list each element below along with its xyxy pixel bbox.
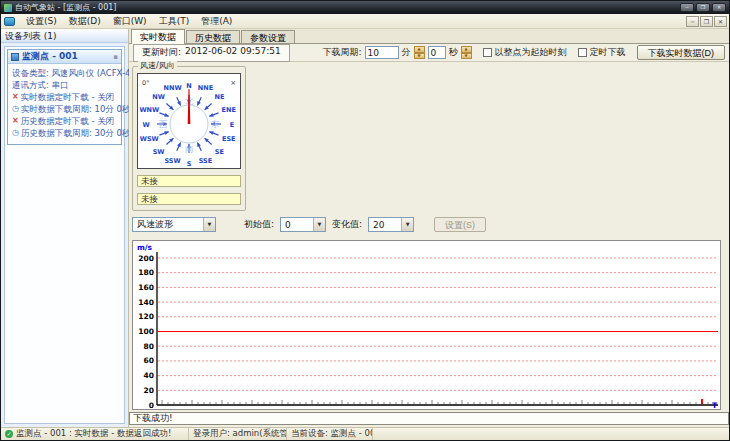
hour-align-label: 以整点为起始时刻 — [495, 46, 567, 59]
title-bar[interactable]: 自动气象站 - [监测点 - 001] ─ ❐ ✕ — [1, 1, 729, 14]
svg-text:东: 东 — [211, 119, 220, 129]
svg-text:NW: NW — [152, 93, 165, 101]
device-info-text: 通讯方式: 串口 — [12, 79, 69, 91]
close-button[interactable]: ✕ — [712, 3, 726, 12]
mdi-child-icon[interactable] — [4, 17, 15, 26]
toolbar: 更新时间: 2012-06-02 09:57:51 下载周期: 10 分 ▲ ▼… — [129, 44, 729, 62]
closed-x-icon: × — [12, 91, 19, 103]
svg-text:WSW: WSW — [140, 135, 159, 143]
app-icon — [4, 4, 12, 12]
svg-text:120: 120 — [138, 312, 154, 321]
status-segment-user: 登录用户: admin(系统管理员) — [189, 428, 287, 440]
wind-direction-field: 未接 — [137, 193, 241, 205]
svg-text:NE: NE — [214, 93, 224, 101]
status-segment-device: 当前设备: 监测点 - 001 — [287, 428, 373, 440]
update-time-box: 更新时间: 2012-06-02 09:57:51 — [133, 44, 290, 62]
menu-item-2[interactable]: 窗口(W) — [107, 14, 153, 29]
menu-items: 设置(S)数据(D)窗口(W)工具(T)管理(A) — [20, 14, 238, 29]
initial-value-label: 初始值: — [244, 218, 274, 231]
seconds-input[interactable]: 0 — [428, 46, 446, 59]
seconds-unit-label: 秒 — [449, 46, 458, 59]
menu-item-3[interactable]: 工具(T) — [153, 14, 196, 29]
wind-group-label: 风速/风向 — [138, 61, 177, 71]
device-panel-header[interactable]: 监测点 - 001 ▪ — [8, 50, 121, 64]
chevron-down-icon[interactable]: ▼ — [313, 218, 325, 231]
menu-item-4[interactable]: 管理(A) — [195, 14, 238, 29]
current-device-text: 当前设备: 监测点 - 001 — [291, 428, 373, 440]
svg-text:200: 200 — [138, 254, 154, 263]
seconds-stepper[interactable]: ▲ ▼ — [461, 46, 472, 59]
logged-user-text: 登录用户: admin(系统管理员) — [193, 428, 287, 440]
waveform-type-select[interactable]: 风速波形 ▼ — [132, 217, 216, 232]
svg-text:NNW: NNW — [164, 84, 182, 92]
tab-1[interactable]: 历史数据 — [186, 30, 240, 43]
hour-align-checkbox[interactable] — [483, 48, 492, 57]
minutes-unit-label: 分 — [402, 46, 411, 59]
svg-text:SE: SE — [215, 148, 224, 156]
svg-text:N: N — [186, 82, 191, 90]
svg-text:SW: SW — [153, 148, 165, 156]
device-list-container: 监测点 - 001 ▪ 设备类型: 风速风向仪 (ACFX-4)通讯方式: 串口… — [4, 46, 125, 424]
svg-text:×: × — [230, 79, 236, 87]
svg-text:40: 40 — [144, 371, 154, 380]
timed-download-label: 定时下载 — [590, 46, 626, 59]
spin-down-icon[interactable]: ▼ — [461, 53, 472, 60]
svg-text:160: 160 — [138, 283, 154, 292]
device-title: 监测点 - 001 — [22, 50, 113, 63]
change-value-select[interactable]: 20 ▼ — [368, 217, 414, 232]
device-info-text: 设备类型: 风速风向仪 (ACFX-4) — [12, 67, 134, 79]
window-body: 设备列表 (1) 监测点 - 001 ▪ 设备类型: 风速风向仪 (ACFX-4… — [1, 29, 729, 427]
realtime-content: 风速/风向 NNNENEENEEESESESSESSSWSWWSWWWNWNWN… — [129, 62, 729, 427]
chevron-down-icon[interactable]: ▼ — [203, 218, 215, 231]
svg-text:140: 140 — [138, 298, 154, 307]
pin-icon[interactable]: ▪ — [113, 53, 118, 61]
device-icon — [11, 53, 19, 61]
waveform-type-value: 风速波形 — [133, 218, 203, 231]
device-info-text: 实时数据定时下载 - 关闭 — [21, 91, 114, 103]
svg-text:NNE: NNE — [198, 84, 213, 92]
menu-item-1[interactable]: 数据(D) — [63, 14, 107, 29]
update-time-label: 更新时间: — [142, 46, 181, 59]
main-area: 实时数据历史数据参数设置 更新时间: 2012-06-02 09:57:51 下… — [129, 29, 729, 427]
mdi-minimize-button[interactable]: ─ — [686, 16, 699, 27]
device-info-line: 设备类型: 风速风向仪 (ACFX-4) — [10, 67, 119, 79]
download-controls: 下载周期: 10 分 ▲ ▼ 0 秒 ▲ ▼ 以整点为起始时刻 — [322, 45, 725, 60]
spin-down-icon[interactable]: ▼ — [414, 53, 425, 60]
minutes-stepper[interactable]: ▲ ▼ — [414, 46, 425, 59]
timed-download-checkbox[interactable] — [578, 48, 587, 57]
svg-text:南: 南 — [185, 144, 194, 154]
minutes-input[interactable]: 10 — [365, 46, 399, 59]
device-info-line: ◷历史数据下载周期: 30分 0秒 — [10, 127, 119, 139]
device-info-line: ×实时数据定时下载 - 关闭 — [10, 91, 119, 103]
success-check-icon: ✓ — [5, 430, 13, 438]
svg-text:W: W — [142, 121, 149, 129]
menu-item-0[interactable]: 设置(S) — [20, 14, 63, 29]
mdi-restore-button[interactable]: ❐ — [700, 16, 713, 27]
svg-text:WNW: WNW — [139, 106, 159, 114]
restore-button[interactable]: ❐ — [696, 3, 710, 12]
download-realtime-button[interactable]: 下载实时数据(D) — [637, 45, 726, 60]
svg-text:ESE: ESE — [222, 135, 236, 143]
device-info-text: 历史数据下载周期: 30分 0秒 — [21, 127, 131, 139]
svg-text:20: 20 — [144, 386, 154, 395]
minimize-button[interactable]: ─ — [680, 3, 694, 12]
set-button[interactable]: 设置(S) — [434, 217, 486, 232]
change-value: 20 — [369, 220, 401, 230]
window-title: 自动气象站 - [监测点 - 001] — [15, 2, 678, 13]
device-panel[interactable]: 监测点 - 001 ▪ 设备类型: 风速风向仪 (ACFX-4)通讯方式: 串口… — [7, 49, 122, 145]
tab-0[interactable]: 实时数据 — [131, 29, 185, 44]
mdi-close-button[interactable]: ✕ — [714, 16, 727, 27]
svg-text:0: 0 — [149, 401, 154, 410]
device-info-line: 通讯方式: 串口 — [10, 79, 119, 91]
wind-speed-field: 未接 — [137, 175, 241, 187]
svg-text:180: 180 — [138, 268, 154, 277]
svg-text:0°: 0° — [142, 79, 149, 87]
svg-text:SSE: SSE — [199, 157, 213, 165]
svg-text:西: 西 — [159, 119, 168, 129]
tab-2[interactable]: 参数设置 — [241, 30, 295, 43]
initial-value-select[interactable]: 0 ▼ — [280, 217, 326, 232]
chevron-down-icon[interactable]: ▼ — [401, 218, 413, 231]
device-info-line: ◷实时数据下载周期: 10分 0秒 — [10, 103, 119, 115]
status-segment-empty — [373, 428, 729, 440]
menu-bar: 设置(S)数据(D)窗口(W)工具(T)管理(A) ─ ❐ ✕ — [1, 14, 729, 29]
